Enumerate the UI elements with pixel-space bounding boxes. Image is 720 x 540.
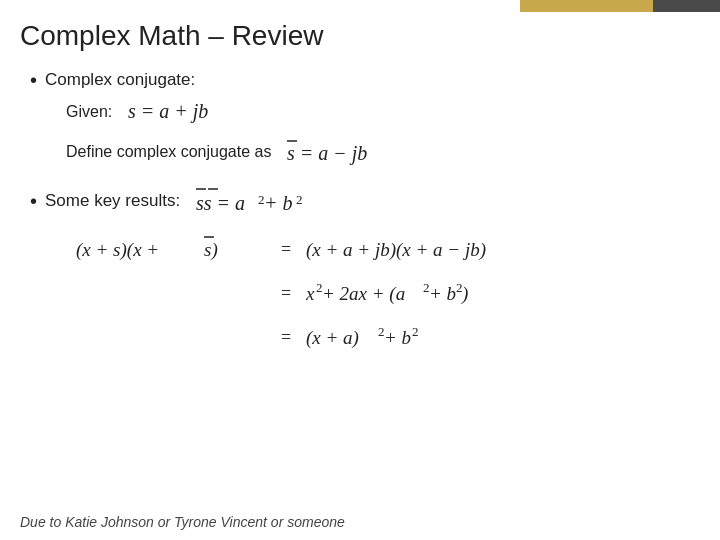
svg-text:s = a + jb: s = a + jb	[128, 100, 208, 123]
formula-key-result: ss = a 2 + b 2	[196, 184, 326, 218]
svg-text:+ b: + b	[264, 192, 293, 214]
given-label: Given:	[66, 103, 112, 121]
top-bar-dark	[653, 0, 720, 12]
formula-given: s = a + jb	[128, 98, 238, 126]
bullet-2-label: • Some key results:	[30, 191, 180, 211]
svg-text:ss = a: ss = a	[196, 192, 245, 214]
svg-text:s = a − jb: s = a − jb	[287, 142, 367, 165]
svg-text:2: 2	[296, 192, 303, 207]
define-label: Define complex conjugate as	[66, 143, 271, 161]
bullet-section-2: • Some key results: ss = a 2 + b 2 (x + …	[30, 184, 700, 356]
bullet-1-label: • Complex conjugate:	[30, 70, 700, 90]
bullet-dot-1: •	[30, 70, 37, 90]
eq-right-1: (x + a + jb)(x + a − jb)	[306, 230, 700, 268]
bullet-section-1: • Complex conjugate: Given: s = a + jb D…	[30, 70, 700, 168]
svg-text:2: 2	[412, 324, 419, 339]
equation-table: (x + s)(x + s) = (x + a + jb)(x + a − jb…	[66, 230, 700, 356]
complex-conjugate-content: Given: s = a + jb Define complex conjuga…	[66, 98, 700, 168]
svg-text:(x + a): (x + a)	[306, 327, 359, 349]
footer: Due to Katie Johnson or Tyrone Vincent o…	[20, 514, 345, 530]
eq-right-2: x 2 + 2ax + (a 2 + b 2 )	[306, 274, 700, 312]
given-row: Given: s = a + jb	[66, 98, 700, 126]
svg-text:s): s)	[204, 239, 218, 261]
svg-text:): )	[461, 283, 468, 305]
top-bar	[520, 0, 720, 12]
slide-content: Complex Math – Review • Complex conjugat…	[20, 20, 700, 510]
top-bar-gold	[520, 0, 653, 12]
formula-left-1: (x + s)(x + s)	[76, 230, 266, 264]
formula-define: s = a − jb	[287, 136, 407, 168]
svg-text:(x + a + jb)(x + a − jb): (x + a + jb)(x + a − jb)	[306, 239, 486, 261]
eq-row-3: = (x + a) 2 + b 2	[66, 318, 700, 356]
eq-row-2: = x 2 + 2ax + (a 2 + b 2 )	[66, 274, 700, 312]
some-key-row: • Some key results: ss = a 2 + b 2	[30, 184, 700, 218]
eq-equals-3: =	[266, 327, 306, 348]
svg-text:(x + s)(x +: (x + s)(x +	[76, 239, 159, 261]
formula-right-3: (x + a) 2 + b 2	[306, 318, 506, 352]
formula-right-1: (x + a + jb)(x + a − jb)	[306, 230, 586, 264]
svg-text:+ b: + b	[384, 327, 411, 348]
bullet-dot-2: •	[30, 191, 37, 211]
eq-right-3: (x + a) 2 + b 2	[306, 318, 700, 356]
svg-text:+ 2ax + (a: + 2ax + (a	[322, 283, 405, 305]
eq-left-1: (x + s)(x + s)	[66, 230, 266, 268]
svg-text:+ b: + b	[429, 283, 456, 304]
eq-equals-1: =	[266, 239, 306, 260]
define-row: Define complex conjugate as s = a − jb	[66, 136, 700, 168]
slide-title: Complex Math – Review	[20, 20, 700, 52]
eq-row-1: (x + s)(x + s) = (x + a + jb)(x + a − jb…	[66, 230, 700, 268]
eq-equals-2: =	[266, 283, 306, 304]
svg-text:x: x	[306, 283, 315, 304]
formula-right-2: x 2 + 2ax + (a 2 + b 2 )	[306, 274, 566, 308]
